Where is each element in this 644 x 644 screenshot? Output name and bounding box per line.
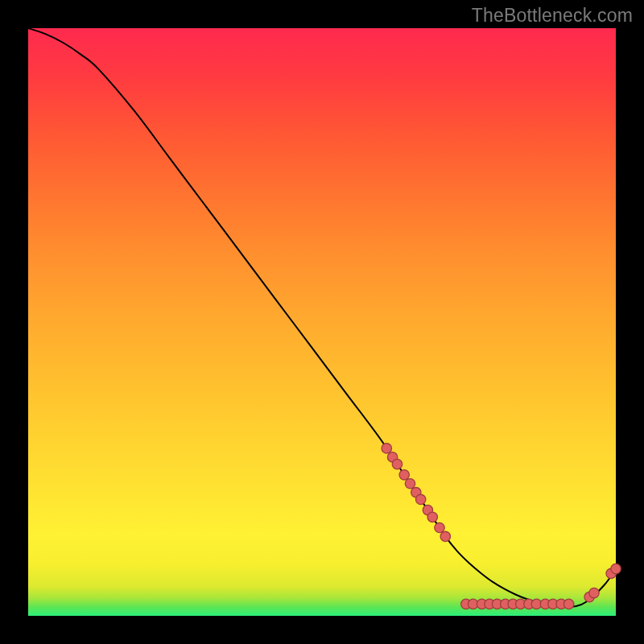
data-dot	[399, 470, 409, 480]
bottleneck-curve	[28, 28, 616, 607]
data-dot	[415, 494, 425, 504]
data-dot	[611, 564, 621, 573]
data-dots-group	[382, 444, 621, 609]
data-dot	[405, 479, 415, 489]
data-dot	[564, 599, 573, 609]
data-dot	[440, 531, 450, 541]
data-dot	[427, 512, 437, 522]
data-dot	[435, 522, 444, 532]
plot-svg	[28, 28, 616, 616]
data-dot	[382, 444, 391, 453]
data-dot	[392, 459, 402, 469]
watermark-text: TheBottleneck.com	[472, 5, 633, 27]
data-dot	[589, 588, 599, 597]
chart-stage: TheBottleneck.com	[0, 0, 644, 644]
